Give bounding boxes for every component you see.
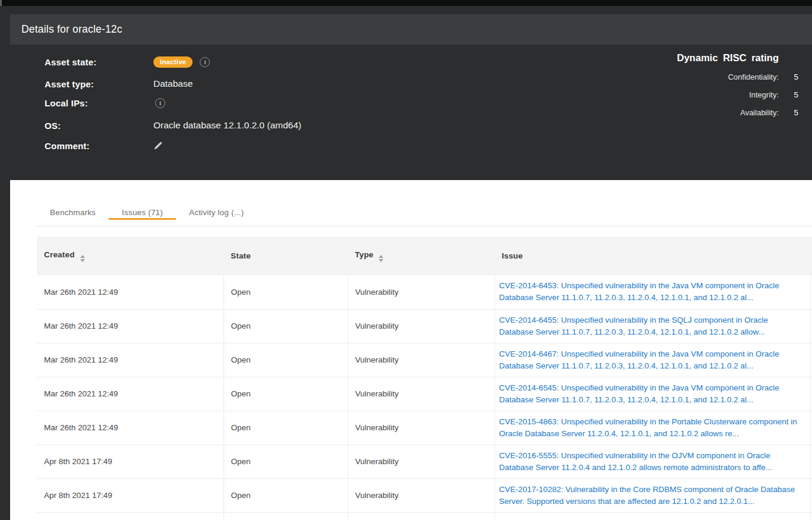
confidentiality-value: 5 xyxy=(779,73,798,81)
type-cell: Vulnerability xyxy=(348,377,495,411)
state-cell: Open xyxy=(224,309,348,343)
field-asset-type: Asset type: Database xyxy=(45,77,193,91)
table-row: Apr 8th 2021 17:49OpenVulnerabilityCVE-2… xyxy=(37,445,812,478)
issue-link[interactable]: CVE-2014-6545: Unspecified vulnerability… xyxy=(499,382,805,406)
issue-link[interactable]: CVE-2015-4863: Unspecified vulnerability… xyxy=(499,416,805,440)
field-os: OS: Oracle database 12.1.0.2.0 (amd64) xyxy=(45,118,301,133)
created-cell: Apr 8th 2021 17:49 xyxy=(37,478,224,512)
created-cell: Mar 26th 2021 12:49 xyxy=(37,343,224,377)
issue-cell: CVE-2014-6545: Unspecified vulnerability… xyxy=(495,377,810,411)
asset-type-value: Database xyxy=(153,78,193,89)
issues-table: Created State Type Issue Mar 26th 2021 1… xyxy=(37,237,812,520)
sort-icon[interactable] xyxy=(80,255,85,262)
created-cell: Mar 26th 2021 12:49 xyxy=(37,377,224,411)
risc-metric-confidentiality: Confidentiality: 5 xyxy=(608,73,798,81)
confidentiality-label: Confidentiality: xyxy=(728,73,779,81)
os-label: OS: xyxy=(45,121,153,131)
asset-state-label: Asset state: xyxy=(45,57,153,67)
info-icon[interactable]: i xyxy=(200,57,210,67)
column-header-created[interactable]: Created xyxy=(37,237,224,275)
type-cell: Vulnerability xyxy=(348,275,495,309)
tab-bar: Benchmarks Issues (71) Activity log (...… xyxy=(37,209,812,226)
page-title: Details for oracle-12c xyxy=(21,23,122,36)
table-row-partial xyxy=(37,512,812,520)
issue-cell: CVE-2016-5555: Unspecified vulnerability… xyxy=(495,445,810,478)
issue-cell: CVE-2017-10282: Vulnerability in the Cor… xyxy=(495,478,810,512)
dynamic-risc-rating: Dynamic RISC rating Confidentiality: 5 I… xyxy=(608,52,798,117)
details-header-bar: Details for oracle-12c xyxy=(10,14,812,45)
created-cell: Mar 26th 2021 12:49 xyxy=(37,309,224,343)
table-header-row: Created State Type Issue xyxy=(37,237,812,275)
issue-cell: CVE-2015-4863: Unspecified vulnerability… xyxy=(495,411,810,445)
issue-link[interactable]: CVE-2014-6455: Unspecified vulnerability… xyxy=(499,314,805,338)
os-value: Oracle database 12.1.0.2.0 (amd64) xyxy=(153,120,301,131)
state-cell: Open xyxy=(224,343,348,377)
comment-label: Comment: xyxy=(45,141,153,151)
table-row: Mar 26th 2021 12:49OpenVulnerabilityCVE-… xyxy=(37,343,812,377)
created-cell: Mar 26th 2021 12:49 xyxy=(37,275,224,309)
state-cell: Open xyxy=(224,478,348,512)
empty-cell xyxy=(37,512,224,520)
table-row: Mar 26th 2021 12:49OpenVulnerabilityCVE-… xyxy=(37,411,812,445)
column-header-state: State xyxy=(224,237,348,275)
created-cell: Mar 26th 2021 12:49 xyxy=(37,411,224,445)
top-left-notch xyxy=(0,0,2,6)
risc-metric-availability: Availability: 5 xyxy=(608,108,798,117)
type-cell: Vulnerability xyxy=(348,309,495,343)
column-header-issue: Issue xyxy=(495,237,810,275)
top-chrome-strip xyxy=(0,0,812,6)
integrity-value: 5 xyxy=(779,90,798,99)
availability-value: 5 xyxy=(779,108,798,117)
empty-cell xyxy=(495,512,810,520)
table-row: Apr 8th 2021 17:49OpenVulnerabilityCVE-2… xyxy=(37,478,812,512)
table-row: Mar 26th 2021 12:49OpenVulnerabilityCVE-… xyxy=(37,309,812,343)
column-header-type[interactable]: Type xyxy=(348,237,495,275)
risc-metric-integrity: Integrity: 5 xyxy=(608,90,798,99)
type-cell: Vulnerability xyxy=(348,445,495,478)
issue-cell: CVE-2014-6467: Unspecified vulnerability… xyxy=(495,343,810,377)
issue-link[interactable]: CVE-2014-6453: Unspecified vulnerability… xyxy=(499,280,805,304)
issue-link[interactable]: CVE-2017-10282: Vulnerability in the Cor… xyxy=(499,484,805,508)
tab-activity-log[interactable]: Activity log (...) xyxy=(176,209,257,220)
content-panel: Benchmarks Issues (71) Activity log (...… xyxy=(10,180,812,520)
state-cell: Open xyxy=(224,445,348,478)
table-row: Mar 26th 2021 12:49OpenVulnerabilityCVE-… xyxy=(37,377,812,411)
state-cell: Open xyxy=(224,377,348,411)
type-cell: Vulnerability xyxy=(348,478,495,512)
state-cell: Open xyxy=(224,411,348,445)
tab-issues[interactable]: Issues (71) xyxy=(109,209,176,220)
type-cell: Vulnerability xyxy=(348,343,495,377)
info-icon[interactable]: i xyxy=(155,98,165,108)
risc-rating-title: Dynamic RISC rating xyxy=(608,52,798,64)
issue-cell: CVE-2014-6455: Unspecified vulnerability… xyxy=(495,309,810,343)
status-badge: Inactive xyxy=(153,56,193,68)
issue-link[interactable]: CVE-2016-5555: Unspecified vulnerability… xyxy=(499,450,805,474)
state-cell: Open xyxy=(224,275,348,309)
field-local-ips: Local IPs: i xyxy=(45,96,165,110)
availability-label: Availability: xyxy=(740,108,779,117)
issue-link[interactable]: CVE-2014-6467: Unspecified vulnerability… xyxy=(499,348,805,372)
asset-type-label: Asset type: xyxy=(45,79,153,89)
field-comment: Comment: xyxy=(45,138,163,153)
empty-cell xyxy=(224,512,348,520)
asset-details-page: Details for oracle-12c Asset state: Inac… xyxy=(0,0,812,520)
type-cell: Vulnerability xyxy=(348,411,495,445)
created-cell: Apr 8th 2021 17:49 xyxy=(37,445,224,478)
empty-cell xyxy=(348,512,495,520)
tab-benchmarks[interactable]: Benchmarks xyxy=(37,209,109,220)
table-row: Mar 26th 2021 12:49OpenVulnerabilityCVE-… xyxy=(37,275,812,309)
sort-icon[interactable] xyxy=(379,255,383,262)
edit-comment-pencil-icon[interactable] xyxy=(153,141,163,150)
integrity-label: Integrity: xyxy=(749,90,779,99)
local-ips-label: Local IPs: xyxy=(45,98,153,108)
issue-cell: CVE-2014-6453: Unspecified vulnerability… xyxy=(495,275,810,309)
field-asset-state: Asset state: Inactive i xyxy=(45,55,210,69)
